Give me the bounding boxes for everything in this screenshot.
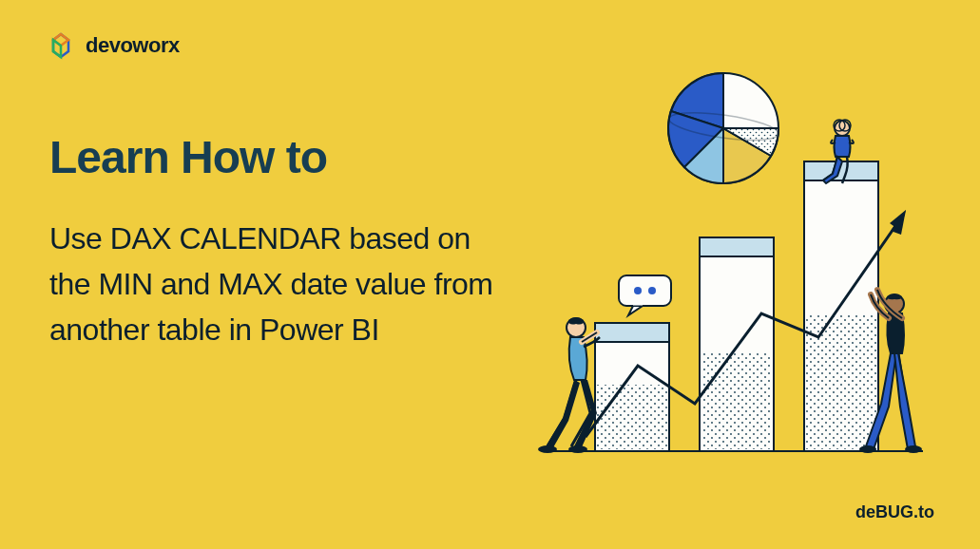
svg-point-14 xyxy=(835,121,850,136)
logo-text: devoworx xyxy=(86,33,180,58)
svg-point-25 xyxy=(905,445,922,453)
svg-rect-3 xyxy=(597,385,667,449)
svg-rect-20 xyxy=(619,275,671,306)
logo-container: devoworx xyxy=(46,30,180,61)
svg-point-24 xyxy=(859,445,876,453)
logo-icon xyxy=(46,30,76,61)
content-block: Learn How to Use DAX CALENDAR based on t… xyxy=(49,131,506,352)
footer-brand: deBUG.to xyxy=(855,502,934,522)
svg-point-22 xyxy=(648,287,656,294)
svg-rect-5 xyxy=(700,237,774,256)
page-heading: Learn How to xyxy=(49,131,506,183)
svg-point-18 xyxy=(538,445,557,453)
page-subheading: Use DAX CALENDAR based on the MIN and MA… xyxy=(49,216,506,352)
svg-rect-2 xyxy=(595,323,669,342)
svg-rect-6 xyxy=(701,351,772,449)
svg-rect-9 xyxy=(806,313,876,449)
svg-point-21 xyxy=(634,287,642,294)
svg-point-19 xyxy=(568,445,587,453)
illustration-chart xyxy=(505,71,951,470)
